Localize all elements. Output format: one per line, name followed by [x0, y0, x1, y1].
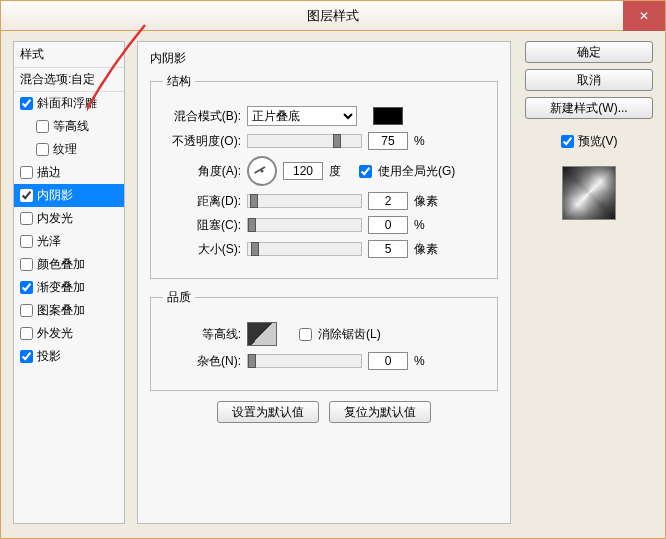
preview-thumbnail	[562, 166, 616, 220]
angle-unit: 度	[329, 163, 341, 180]
style-checkbox-11[interactable]	[20, 350, 33, 363]
distance-input[interactable]	[368, 192, 408, 210]
style-checkbox-1[interactable]	[36, 120, 49, 133]
action-panel: 确定 取消 新建样式(W)... 预览(V)	[525, 41, 653, 220]
style-label-0: 斜面和浮雕	[37, 95, 97, 112]
style-checkbox-3[interactable]	[20, 166, 33, 179]
style-item-1[interactable]: 等高线	[14, 115, 124, 138]
style-checkbox-9[interactable]	[20, 304, 33, 317]
style-item-10[interactable]: 外发光	[14, 322, 124, 345]
style-checkbox-4[interactable]	[20, 189, 33, 202]
set-default-button[interactable]: 设置为默认值	[217, 401, 319, 423]
style-label-2: 纹理	[53, 141, 77, 158]
blend-mode-label: 混合模式(B):	[163, 108, 241, 125]
style-checkbox-0[interactable]	[20, 97, 33, 110]
blend-options-row[interactable]: 混合选项:自定	[14, 68, 124, 92]
cancel-button[interactable]: 取消	[525, 69, 653, 91]
style-label-6: 光泽	[37, 233, 61, 250]
new-style-button[interactable]: 新建样式(W)...	[525, 97, 653, 119]
titlebar: 图层样式 ✕	[1, 1, 665, 31]
style-item-6[interactable]: 光泽	[14, 230, 124, 253]
style-label-7: 颜色叠加	[37, 256, 85, 273]
noise-slider[interactable]	[247, 354, 362, 368]
opacity-slider[interactable]	[247, 134, 362, 148]
choke-label: 阻塞(C):	[163, 217, 241, 234]
settings-panel: 内阴影 结构 混合模式(B): 正片叠底 不透明度(O): % 角度(A):	[137, 41, 511, 524]
style-item-11[interactable]: 投影	[14, 345, 124, 368]
angle-label: 角度(A):	[163, 163, 241, 180]
style-item-7[interactable]: 颜色叠加	[14, 253, 124, 276]
reset-default-button[interactable]: 复位为默认值	[329, 401, 431, 423]
contour-label: 等高线:	[163, 326, 241, 343]
choke-input[interactable]	[368, 216, 408, 234]
window-title: 图层样式	[307, 7, 359, 25]
close-icon: ✕	[639, 9, 649, 23]
contour-picker[interactable]	[247, 322, 277, 346]
style-label-4: 内阴影	[37, 187, 73, 204]
noise-unit: %	[414, 354, 444, 368]
antialias-checkbox[interactable]	[299, 328, 312, 341]
quality-legend: 品质	[163, 289, 195, 306]
structure-legend: 结构	[163, 73, 195, 90]
preview-checkbox[interactable]	[561, 135, 574, 148]
angle-dial[interactable]	[247, 156, 277, 186]
choke-slider[interactable]	[247, 218, 362, 232]
structure-group: 结构 混合模式(B): 正片叠底 不透明度(O): % 角度(A):	[150, 73, 498, 279]
style-checkbox-10[interactable]	[20, 327, 33, 340]
style-label-9: 图案叠加	[37, 302, 85, 319]
global-light-checkbox[interactable]	[359, 165, 372, 178]
noise-input[interactable]	[368, 352, 408, 370]
style-checkbox-5[interactable]	[20, 212, 33, 225]
global-light-label: 使用全局光(G)	[378, 163, 455, 180]
style-item-0[interactable]: 斜面和浮雕	[14, 92, 124, 115]
distance-unit: 像素	[414, 193, 444, 210]
opacity-label: 不透明度(O):	[163, 133, 241, 150]
style-label-5: 内发光	[37, 210, 73, 227]
noise-label: 杂色(N):	[163, 353, 241, 370]
layer-style-window: 图层样式 ✕ 样式 混合选项:自定 斜面和浮雕等高线纹理描边内阴影内发光光泽颜色…	[0, 0, 666, 539]
style-item-4[interactable]: 内阴影	[14, 184, 124, 207]
angle-input[interactable]	[283, 162, 323, 180]
style-item-5[interactable]: 内发光	[14, 207, 124, 230]
style-item-9[interactable]: 图案叠加	[14, 299, 124, 322]
style-item-8[interactable]: 渐变叠加	[14, 276, 124, 299]
distance-slider[interactable]	[247, 194, 362, 208]
style-label-11: 投影	[37, 348, 61, 365]
blend-mode-select[interactable]: 正片叠底	[247, 106, 357, 126]
quality-group: 品质 等高线: 消除锯齿(L) 杂色(N): %	[150, 289, 498, 391]
preview-label: 预览(V)	[578, 133, 618, 150]
size-unit: 像素	[414, 241, 444, 258]
ok-button[interactable]: 确定	[525, 41, 653, 63]
style-checkbox-2[interactable]	[36, 143, 49, 156]
distance-label: 距离(D):	[163, 193, 241, 210]
style-checkbox-8[interactable]	[20, 281, 33, 294]
panel-title: 内阴影	[150, 50, 498, 67]
style-item-3[interactable]: 描边	[14, 161, 124, 184]
size-label: 大小(S):	[163, 241, 241, 258]
opacity-input[interactable]	[368, 132, 408, 150]
size-input[interactable]	[368, 240, 408, 258]
style-label-8: 渐变叠加	[37, 279, 85, 296]
styles-list-panel: 样式 混合选项:自定 斜面和浮雕等高线纹理描边内阴影内发光光泽颜色叠加渐变叠加图…	[13, 41, 125, 524]
shadow-color-swatch[interactable]	[373, 107, 403, 125]
style-label-1: 等高线	[53, 118, 89, 135]
size-slider[interactable]	[247, 242, 362, 256]
style-item-2[interactable]: 纹理	[14, 138, 124, 161]
antialias-label: 消除锯齿(L)	[318, 326, 381, 343]
style-label-3: 描边	[37, 164, 61, 181]
style-checkbox-6[interactable]	[20, 235, 33, 248]
choke-unit: %	[414, 218, 444, 232]
content-area: 样式 混合选项:自定 斜面和浮雕等高线纹理描边内阴影内发光光泽颜色叠加渐变叠加图…	[1, 31, 665, 538]
close-button[interactable]: ✕	[623, 1, 665, 31]
style-checkbox-7[interactable]	[20, 258, 33, 271]
style-label-10: 外发光	[37, 325, 73, 342]
styles-header: 样式	[14, 42, 124, 68]
opacity-unit: %	[414, 134, 444, 148]
